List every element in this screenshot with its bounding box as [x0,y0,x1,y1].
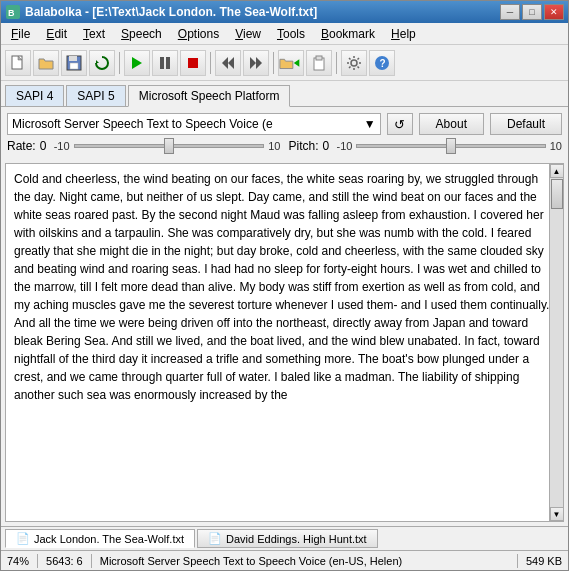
open-button[interactable] [33,50,59,76]
minimize-button[interactable]: ─ [500,4,520,20]
svg-text:?: ? [380,58,386,69]
svg-rect-2 [12,56,22,69]
voice-refresh-button[interactable]: ↺ [387,113,413,135]
scroll-down-button[interactable]: ▼ [550,507,564,521]
voice-status: Microsoft Server Speech Text to Speech V… [100,555,509,567]
text-area-container: Cold and cheerless, the wind beating on … [5,163,564,522]
pitch-slider[interactable] [356,144,545,148]
refresh-button[interactable] [89,50,115,76]
stop-button[interactable] [180,50,206,76]
file-open-button[interactable] [278,50,304,76]
size-status: 549 KB [526,555,562,567]
forward-button[interactable] [243,50,269,76]
text-content[interactable]: Cold and cheerless, the wind beating on … [6,164,563,474]
menu-view[interactable]: View [227,25,269,43]
svg-rect-4 [69,56,77,61]
rate-slider[interactable] [74,144,265,148]
scrollbar[interactable]: ▲ ▼ [549,164,563,521]
pitch-min: -10 [337,140,353,152]
svg-rect-9 [166,57,170,69]
help-button[interactable]: ? [369,50,395,76]
close-button[interactable]: ✕ [544,4,564,20]
zoom-status: 74% [7,555,29,567]
voice-row: Microsoft Server Speech Text to Speech V… [7,113,562,135]
title-bar: B Balabolka - [E:\Text\Jack London. The … [1,1,568,23]
rewind-button[interactable] [215,50,241,76]
toolbar: ? [1,45,568,81]
app-icon: B [5,4,21,20]
bottom-tab-bar: 📄 Jack London. The Sea-Wolf.txt 📄 David … [1,526,568,550]
separator-4 [336,52,337,74]
pause-button[interactable] [152,50,178,76]
pitch-thumb[interactable] [446,138,456,154]
status-divider-1 [37,554,38,568]
about-button[interactable]: About [419,113,484,135]
tab-microsoft-speech[interactable]: Microsoft Speech Platform [128,85,291,107]
status-divider-3 [517,554,518,568]
position-status: 5643: 6 [46,555,83,567]
window-controls: ─ □ ✕ [500,4,564,20]
svg-rect-8 [160,57,164,69]
svg-marker-14 [256,57,262,69]
scroll-thumb[interactable] [551,179,563,209]
tab-sapi4[interactable]: SAPI 4 [5,85,64,106]
menu-text[interactable]: Text [75,25,113,43]
status-divider-2 [91,554,92,568]
separator-2 [210,52,211,74]
settings-button[interactable] [341,50,367,76]
voice-select-label: Microsoft Server Speech Text to Speech V… [12,117,273,131]
scroll-track[interactable] [550,178,564,507]
scroll-up-button[interactable]: ▲ [550,164,564,178]
pitch-label: Pitch: [289,139,319,153]
dropdown-arrow-icon: ▼ [364,117,376,131]
refresh-icon: ↺ [394,117,405,132]
bottom-tab-high-hunt-label: David Eddings. High Hunt.txt [226,533,367,545]
svg-text:B: B [8,8,15,18]
pitch-slider-group: Pitch: 0 -10 10 [289,139,563,153]
default-button[interactable]: Default [490,113,562,135]
window-title: Balabolka - [E:\Text\Jack London. The Se… [25,5,500,19]
menu-edit[interactable]: Edit [38,25,75,43]
doc-icon-2: 📄 [208,532,222,545]
voice-select[interactable]: Microsoft Server Speech Text to Speech V… [7,113,381,135]
svg-rect-5 [70,63,78,69]
menu-help[interactable]: Help [383,25,424,43]
bottom-tab-sea-wolf-label: Jack London. The Sea-Wolf.txt [34,533,184,545]
rate-thumb[interactable] [164,138,174,154]
svg-rect-17 [316,56,322,60]
play-button[interactable] [124,50,150,76]
rate-label: Rate: [7,139,36,153]
rate-value: 0 [40,139,50,153]
svg-marker-7 [132,57,142,69]
menu-bar: File Edit Text Speech Options View Tools… [1,23,568,45]
bottom-tab-high-hunt[interactable]: 📄 David Eddings. High Hunt.txt [197,529,378,548]
rate-slider-group: Rate: 0 -10 10 [7,139,281,153]
svg-marker-15 [294,59,300,66]
separator-1 [119,52,120,74]
menu-speech[interactable]: Speech [113,25,170,43]
clipboard-button[interactable] [306,50,332,76]
new-button[interactable] [5,50,31,76]
menu-bookmark[interactable]: Bookmark [313,25,383,43]
svg-rect-10 [188,58,198,68]
menu-options[interactable]: Options [170,25,227,43]
doc-icon-1: 📄 [16,532,30,545]
svg-point-18 [351,60,357,66]
menu-tools[interactable]: Tools [269,25,313,43]
sliders-row: Rate: 0 -10 10 Pitch: 0 -10 10 [7,139,562,153]
rate-max: 10 [268,140,280,152]
tab-bar: SAPI 4 SAPI 5 Microsoft Speech Platform [1,81,568,107]
main-window: B Balabolka - [E:\Text\Jack London. The … [0,0,569,571]
menu-file[interactable]: File [3,25,38,43]
tab-sapi5[interactable]: SAPI 5 [66,85,125,106]
status-bar: 74% 5643: 6 Microsoft Server Speech Text… [1,550,568,570]
separator-3 [273,52,274,74]
save-button[interactable] [61,50,87,76]
rate-min: -10 [54,140,70,152]
tab-content: Microsoft Server Speech Text to Speech V… [1,107,568,159]
bottom-tab-sea-wolf[interactable]: 📄 Jack London. The Sea-Wolf.txt [5,529,195,548]
maximize-button[interactable]: □ [522,4,542,20]
svg-marker-11 [228,57,234,69]
pitch-max: 10 [550,140,562,152]
pitch-value: 0 [323,139,333,153]
